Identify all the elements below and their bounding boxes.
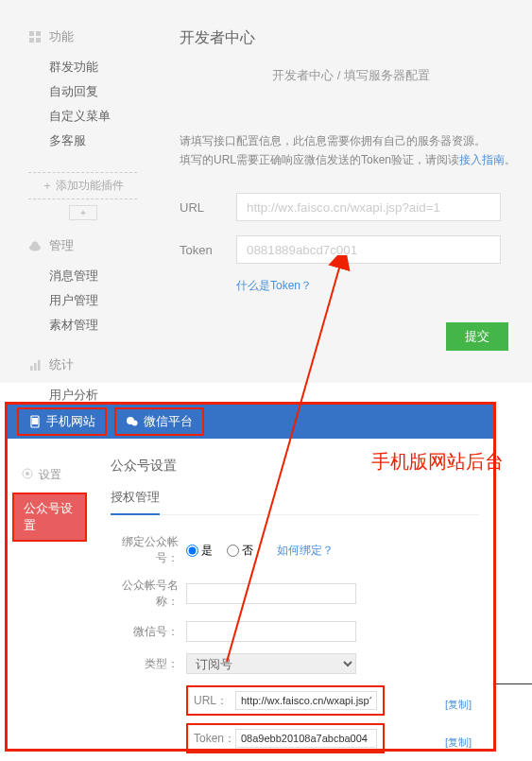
tab-auth-manage[interactable]: 授权管理	[111, 489, 160, 515]
svg-rect-6	[30, 366, 33, 371]
phone-icon	[28, 415, 42, 428]
wechat-dev-panel: 功能 群发功能 自动回复 自定义菜单 多客服 ＋ 添加功能插件 ＋ 管理 消息管…	[0, 0, 532, 383]
tab-wechat-platform[interactable]: 微信平台	[114, 407, 204, 436]
field-type: 类型： 订阅号	[111, 653, 479, 674]
main-content: 开发者中心 开发者中心 / 填写服务器配置 请填写接口配置信息，此信息需要你拥有…	[161, 0, 532, 294]
url-label: URL	[180, 200, 236, 215]
wxid-input[interactable]	[186, 621, 356, 642]
svg-rect-3	[36, 38, 41, 43]
nav-item-multiservice[interactable]: 多客服	[28, 129, 137, 153]
settings-head: 设置	[8, 467, 92, 493]
add-plugin-button[interactable]: ＋ 添加功能插件	[28, 172, 137, 199]
nav-item-autoreply[interactable]: 自动回复	[28, 79, 137, 104]
svg-rect-1	[36, 31, 41, 36]
ext-line	[496, 683, 532, 684]
nav-official-account[interactable]: 公众号设置	[12, 493, 87, 542]
token-row: Token	[180, 235, 523, 264]
breadcrumb: 开发者中心 / 填写服务器配置	[180, 67, 523, 84]
help-bind[interactable]: 如何绑定？	[277, 543, 334, 559]
token-label: Token	[180, 243, 236, 257]
copy-url-link[interactable]: [复制]	[445, 698, 472, 712]
svg-rect-7	[34, 363, 37, 371]
instruction-text: 请填写接口配置信息，此信息需要你拥有自己的服务器资源。 填写的URL需要正确响应…	[180, 131, 523, 169]
url-label: URL：	[194, 693, 232, 709]
gear-icon	[22, 468, 33, 482]
guide-link[interactable]: 接入指南	[459, 153, 505, 166]
settings-label: 设置	[39, 467, 61, 483]
account-name-input[interactable]	[186, 583, 356, 604]
cloud-icon	[28, 239, 42, 252]
field-label: 微信号：	[111, 624, 186, 640]
nav-item-user[interactable]: 用户管理	[28, 288, 137, 313]
tab-mobile-site[interactable]: 手机网站	[17, 407, 107, 436]
submit-button[interactable]: 提交	[446, 322, 508, 351]
token-field-box: Token：	[186, 723, 385, 753]
wechat-icon	[126, 415, 139, 428]
svg-point-12	[132, 421, 138, 426]
nav-item-material[interactable]: 素材管理	[28, 313, 137, 337]
tab-label: 微信平台	[144, 413, 193, 430]
sidebar-nav: 功能 群发功能 自动回复 自定义菜单 多客服 ＋ 添加功能插件 ＋ 管理 消息管…	[0, 0, 151, 451]
field-account-name: 公众帐号名称：	[111, 578, 479, 610]
type-select[interactable]: 订阅号	[186, 653, 356, 674]
field-wxid: 微信号：	[111, 621, 479, 642]
admin-topbar: 手机网站 微信平台	[8, 405, 493, 439]
admin-content: 公众号设置 授权管理 绑定公众帐号： 是 否 如何绑定？ 公众帐号名称：	[92, 439, 493, 749]
nav-section-functions: 功能	[28, 28, 137, 45]
chart-icon	[28, 358, 42, 372]
add-small-button[interactable]: ＋	[69, 205, 97, 220]
nav-section-stats: 统计	[28, 356, 137, 373]
nav-item-broadcast[interactable]: 群发功能	[28, 55, 137, 79]
radio-bind-no[interactable]: 否	[227, 543, 253, 559]
url-row: URL	[180, 193, 523, 221]
admin-left-nav: 设置 公众号设置	[8, 439, 92, 749]
field-label: 类型：	[111, 656, 186, 672]
svg-rect-2	[29, 38, 34, 43]
page-title: 开发者中心	[180, 28, 523, 48]
token-input[interactable]	[236, 235, 501, 264]
nav-title: 统计	[49, 356, 74, 373]
tab-label: 手机网站	[46, 413, 95, 430]
field-label: 公众帐号名称：	[111, 578, 186, 610]
admin-token-input[interactable]	[235, 729, 377, 748]
svg-rect-8	[38, 360, 41, 371]
svg-point-14	[26, 472, 29, 476]
annotation-label: 手机版网站后台	[371, 449, 504, 475]
url-field-box: URL：	[186, 685, 385, 716]
nav-title: 功能	[49, 28, 74, 45]
nav-item-msg[interactable]: 消息管理	[28, 264, 137, 288]
field-label: 绑定公众帐号：	[111, 534, 186, 566]
token-help-link[interactable]: 什么是Token？	[236, 278, 523, 294]
divider	[111, 514, 479, 515]
nav-title: 管理	[49, 237, 74, 254]
svg-rect-0	[29, 31, 34, 36]
admin-url-input[interactable]	[235, 691, 377, 710]
svg-point-5	[32, 242, 39, 249]
radio-bind-yes[interactable]: 是	[186, 543, 213, 559]
url-input[interactable]	[236, 193, 501, 221]
svg-rect-10	[32, 418, 38, 424]
token-label: Token：	[194, 731, 232, 747]
field-bind-account: 绑定公众帐号： 是 否 如何绑定？	[111, 534, 479, 566]
nav-item-custommenu[interactable]: 自定义菜单	[28, 104, 137, 129]
copy-token-link[interactable]: [复制]	[445, 735, 472, 750]
nav-section-manage: 管理	[28, 237, 137, 254]
grid-icon	[28, 30, 42, 43]
